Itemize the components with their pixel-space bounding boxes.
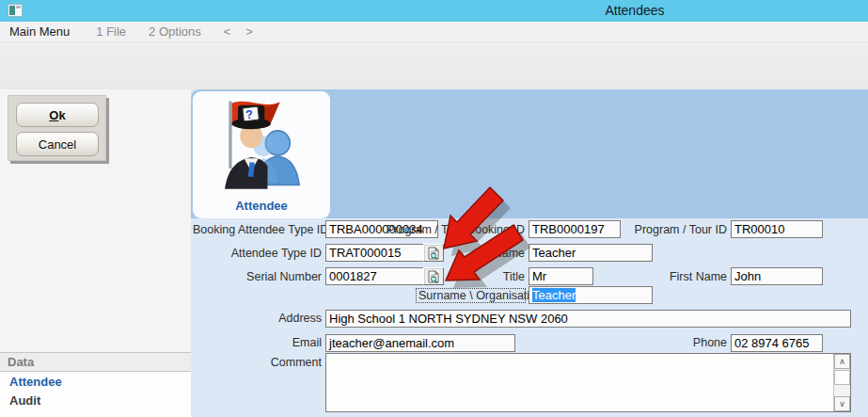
phone-field[interactable]: 02 8974 6765 [731,334,823,352]
name-field[interactable]: Teacher [529,244,653,262]
selected-text: Teacher [532,288,576,302]
attendee-type-id-field[interactable]: TRAT000015 [325,244,438,262]
menu-next[interactable]: > [238,22,260,41]
attendee-icon-caption: Attendee [193,199,330,213]
toolbar: < > Data View Table View New Edit Delete… [0,42,868,89]
attendees-window: Attendees Main Menu 1 File 2 Options < >… [0,0,868,417]
window-icon [8,4,23,17]
attendee-form: ? Attendee Booking Attendee Type ID TRBA… [191,89,868,417]
email-label: Email [193,336,322,349]
ok-cancel-panel: Ok Cancel [8,95,106,161]
data-section-list: Attendee Audit [0,372,191,417]
attendee-guide-icon: ? [210,95,313,193]
ok-button[interactable]: Ok [16,103,99,127]
first-name-field[interactable]: John [731,267,823,285]
cancel-button[interactable]: Cancel [16,132,99,156]
svg-text:?: ? [245,107,254,122]
first-name-label: First Name [612,270,727,283]
comment-label: Comment [193,356,322,369]
left-panel: Ok Cancel Data Attendee Audit [0,89,191,417]
title-label: Title [433,270,525,283]
attendee-type-id-label: Attendee Type ID [193,247,322,260]
title-field[interactable]: Mr [529,267,593,285]
comment-scrollbar[interactable]: ∧ ∨ [833,354,850,411]
surname-organisation-field[interactable]: Teacher [529,286,653,304]
email-field[interactable]: jteacher@anemail.com [325,334,515,352]
program-tour-id-field[interactable]: TR00010 [731,220,823,238]
scroll-down-button[interactable]: ∨ [834,396,850,411]
scrollbar-thumb[interactable] [834,370,850,385]
program-tour-booking-id-field[interactable]: TRB0000197 [529,220,621,238]
menu-bar: Main Menu 1 File 2 Options < > [0,22,868,42]
chevron-up-icon: ∧ [839,357,845,366]
program-tour-id-label: Program / Tour ID [612,223,727,236]
scroll-up-button[interactable]: ∧ [834,354,850,369]
comment-field[interactable]: ∧ ∨ [325,353,851,412]
sidebar-item-audit[interactable]: Audit [0,391,191,409]
menu-options[interactable]: 2 Options [139,22,211,41]
serial-number-field[interactable]: 0001827 [325,267,438,285]
sidebar-item-attendee[interactable]: Attendee [0,372,191,391]
booking-attendee-type-id-label: Booking Attendee Type ID [193,223,322,236]
program-tour-booking-id-label: Program / Tour Booking ID [379,223,525,236]
chevron-down-icon: ∨ [839,399,845,409]
address-field[interactable]: High School 1 NORTH SYDNEY NSW 2060 [325,310,851,328]
window-title: Attendees [564,3,705,18]
menu-prev[interactable]: < [216,22,239,41]
serial-number-label: Serial Number [193,270,322,283]
surname-organisation-label: Surname \ Organisation [416,288,526,303]
name-label: Name [433,247,525,260]
phone-label: Phone [612,336,727,349]
menu-main-menu[interactable]: Main Menu [0,22,79,41]
address-label: Address [193,312,322,325]
data-section-header: Data [0,352,191,372]
attendee-icon-box: ? Attendee [193,91,330,218]
menu-file[interactable]: 1 File [87,22,135,41]
title-bar: Attendees [0,0,868,22]
